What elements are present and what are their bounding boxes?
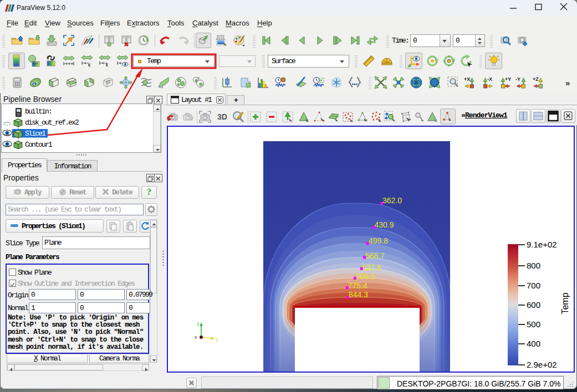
- svg-text:568.7: 568.7: [365, 251, 385, 260]
- svg-text:499.8: 499.8: [369, 236, 388, 245]
- svg-text:844.3: 844.3: [349, 290, 368, 299]
- svg-text:700: 700: [527, 281, 540, 290]
- svg-text:2.9e+02: 2.9e+02: [527, 360, 557, 369]
- svg-text:400: 400: [527, 339, 540, 348]
- svg-text:362.0: 362.0: [382, 196, 402, 205]
- svg-text:637.6: 637.6: [362, 263, 381, 272]
- svg-text:Temp: Temp: [560, 292, 570, 314]
- svg-text:+X: +X: [464, 76, 470, 82]
- svg-text:3D: 3D: [217, 112, 227, 121]
- svg-text:t: t: [106, 61, 108, 68]
- svg-text:+Y: +Y: [505, 76, 511, 82]
- svg-text:y: y: [216, 337, 218, 342]
- svg-text:500: 500: [527, 319, 540, 329]
- svg-text:9.1e+02: 9.1e+02: [527, 240, 557, 249]
- svg-text:z: z: [197, 321, 200, 327]
- svg-text:+Z: +Z: [533, 76, 539, 82]
- svg-text:c: c: [88, 61, 91, 68]
- svg-text:800: 800: [527, 261, 540, 270]
- svg-text:-X: -X: [487, 76, 492, 82]
- svg-text:-Y: -Y: [515, 76, 520, 82]
- svg-text:430.9: 430.9: [375, 220, 394, 229]
- svg-text:x: x: [195, 334, 197, 340]
- svg-text:706.5: 706.5: [355, 272, 375, 281]
- svg-text:600: 600: [527, 300, 540, 310]
- svg-text:775.4: 775.4: [348, 281, 367, 290]
